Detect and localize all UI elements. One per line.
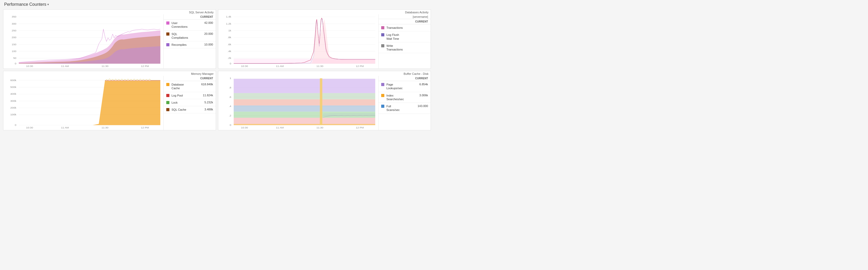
panel-content-sql: 350 300 250 200 150 100 50 0 10:30 11 AM… [3,14,216,68]
panel-content-memory: 600k 500k 400k 300k 200k 100k 0 10:30 11… [3,76,216,130]
label-page-lookups: PageLookups/sec [386,83,417,90]
swatch-log-pool [166,94,169,97]
svg-text:150: 150 [12,43,17,46]
legend-item-sql-compilations: SQLCompilations 20.000 [164,31,216,41]
svg-text:10:30: 10:30 [241,65,248,67]
svg-text:500k: 500k [10,86,16,88]
svg-text:250: 250 [12,29,17,32]
svg-text:10:30: 10:30 [26,65,33,67]
svg-text:11:30: 11:30 [101,126,108,129]
svg-text:600k: 600k [10,79,16,82]
chevron-down-icon[interactable]: ▾ [47,3,49,6]
legend-header-databases: CURRENT [379,19,431,24]
legend-item-lock: Lock 5.232k [164,99,216,106]
swatch-sql-cache [166,108,169,111]
svg-text:50: 50 [13,57,17,59]
legend-databases: [servername] CURRENT Transactions Log Fl… [378,14,431,68]
label-index-searches: IndexSearches/sec [386,94,417,101]
chart-svg-memory: 600k 500k 400k 300k 200k 100k 0 10:30 11… [3,76,163,130]
server-label: [servername] [379,14,431,19]
value-user-connections: 42.000 [204,21,213,24]
svg-text:1.4k: 1.4k [226,16,231,18]
svg-text:100: 100 [12,50,17,53]
svg-text:1k: 1k [228,29,231,32]
panel-memory-manager: Memory Manager 600k 500k 400k 300k [3,71,216,130]
legend-memory: CURRENT DatabaseCache 618.848k Log Pool … [163,76,216,130]
label-db-cache: DatabaseCache [172,83,199,90]
svg-text:11 AM: 11 AM [276,65,284,67]
svg-text:10:30: 10:30 [241,126,248,129]
panel-buffer-cache: Buffer Cache - Disk 1 .8 .6 .4 .2 [218,71,431,130]
panel-content-buffer: 1 .8 .6 .4 .2 0 10:30 11 AM 11:30 12 PM [218,76,431,130]
svg-text:0: 0 [15,124,17,126]
label-recompiles: Recompiles [172,43,202,47]
chart-svg-sql: 350 300 250 200 150 100 50 0 10:30 11 AM… [3,14,163,68]
chart-svg-databases: 1.4k 1.2k 1k .8k .6k .4k .2k 0 10:30 11 … [218,14,378,68]
panel-title-sql-server: SQL Server Activity [3,10,216,14]
label-user-connections: UserConnections [172,21,202,29]
page-title[interactable]: Performance Counters [4,2,46,7]
svg-text:.6k: .6k [227,43,231,46]
panel-title-memory: Memory Manager [3,71,216,76]
svg-rect-75 [320,78,322,125]
svg-text:.6: .6 [229,96,231,98]
svg-text:10:30: 10:30 [26,126,33,129]
dashboard-grid: SQL Server Activity 350 300 250 [0,8,434,133]
svg-text:11 AM: 11 AM [276,126,284,129]
swatch-sql-compilations [166,32,169,36]
svg-text:.4: .4 [229,105,231,108]
svg-text:11 AM: 11 AM [61,126,69,129]
svg-text:100k: 100k [10,114,16,116]
swatch-index-searches [381,94,384,97]
label-log-flush: Log FlushWait Time [386,33,426,40]
value-recompiles: 10.000 [204,43,213,46]
panel-title-buffer: Buffer Cache - Disk [218,71,431,76]
panel-title-databases: Databases Activity [218,10,431,14]
svg-text:1.2k: 1.2k [226,23,231,25]
chart-area-buffer: 1 .8 .6 .4 .2 0 10:30 11 AM 11:30 12 PM [218,76,378,130]
value-sql-compilations: 20.000 [204,32,213,35]
swatch-log-flush [381,33,384,36]
svg-text:200: 200 [12,36,17,39]
legend-item-recompiles: Recompiles 10.000 [164,41,216,49]
legend-item-page-lookups: PageLookups/sec 6.854k [379,81,431,92]
svg-text:12 PM: 12 PM [356,126,364,129]
panel-sql-server-activity: SQL Server Activity 350 300 250 [3,9,216,69]
legend-item-transactions: Transactions [379,24,431,31]
legend-header-buffer: CURRENT [379,76,431,81]
svg-text:12 PM: 12 PM [141,126,149,129]
label-full-scans: FullScans/sec [386,104,415,112]
swatch-page-lookups [381,83,384,86]
value-sql-cache: 3.488k [205,108,213,111]
legend-item-full-scans: FullScans/sec 143.000 [379,103,431,114]
value-lock: 5.232k [205,101,213,104]
svg-text:11 AM: 11 AM [61,65,69,67]
svg-text:200k: 200k [10,107,16,109]
value-full-scans: 143.000 [417,104,428,108]
label-lock: Lock [172,101,203,104]
legend-item-db-cache: DatabaseCache 618.848k [164,81,216,92]
value-db-cache: 618.848k [201,83,213,86]
svg-text:400k: 400k [10,93,16,95]
svg-text:.8k: .8k [227,36,231,39]
chart-area-sql: 350 300 250 200 150 100 50 0 10:30 11 AM… [3,14,163,68]
svg-text:12 PM: 12 PM [141,65,149,67]
svg-text:350: 350 [12,16,17,18]
label-write-transactions: WriteTransactions [386,44,426,52]
legend-item-write-transactions: WriteTransactions [379,42,431,53]
svg-text:11:30: 11:30 [316,65,323,67]
swatch-recompiles [166,43,169,46]
swatch-transactions [381,26,384,29]
label-log-pool: Log Pool [172,94,201,97]
legend-sql: CURRENT UserConnections 42.000 SQLCompil… [163,14,216,68]
chart-area-memory: 600k 500k 400k 300k 200k 100k 0 10:30 11… [3,76,163,130]
legend-buffer: CURRENT PageLookups/sec 6.854k IndexSear… [378,76,431,130]
label-sql-compilations: SQLCompilations [172,32,202,40]
legend-header-sql: CURRENT [164,14,216,20]
legend-item-sql-cache: SQL Cache 3.488k [164,106,216,113]
svg-text:.2: .2 [229,114,231,117]
legend-item-index-searches: IndexSearches/sec 3.006k [379,92,431,103]
value-index-searches: 3.006k [420,94,428,97]
panel-content-databases: 1.4k 1.2k 1k .8k .6k .4k .2k 0 10:30 11 … [218,14,431,68]
label-sql-cache: SQL Cache [172,108,203,112]
